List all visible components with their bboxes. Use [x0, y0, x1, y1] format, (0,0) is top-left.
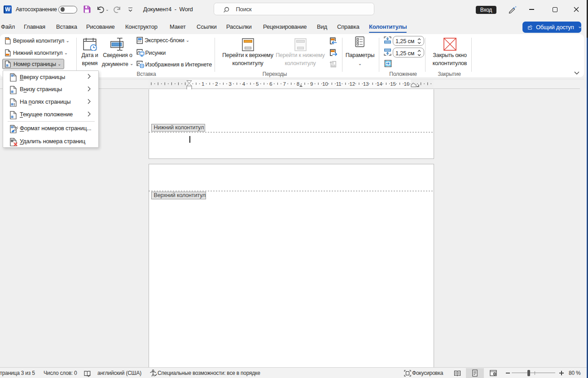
svg-text:3: 3 — [229, 81, 232, 87]
svg-text:8: 8 — [297, 81, 299, 87]
svg-text:13: 13 — [363, 81, 369, 87]
svg-text:7: 7 — [283, 81, 286, 87]
svg-text:14: 14 — [377, 81, 382, 87]
svg-text:10: 10 — [322, 81, 328, 87]
svg-text:16: 16 — [404, 81, 409, 87]
svg-text:2: 2 — [215, 81, 218, 87]
svg-text:6: 6 — [269, 81, 272, 87]
svg-text:12: 12 — [350, 81, 355, 87]
svg-text:15: 15 — [390, 81, 395, 87]
svg-text:9: 9 — [310, 81, 313, 87]
svg-text:1: 1 — [202, 81, 204, 87]
svg-text:5: 5 — [256, 81, 259, 87]
svg-text:11: 11 — [336, 81, 342, 87]
svg-text:4: 4 — [242, 81, 246, 87]
